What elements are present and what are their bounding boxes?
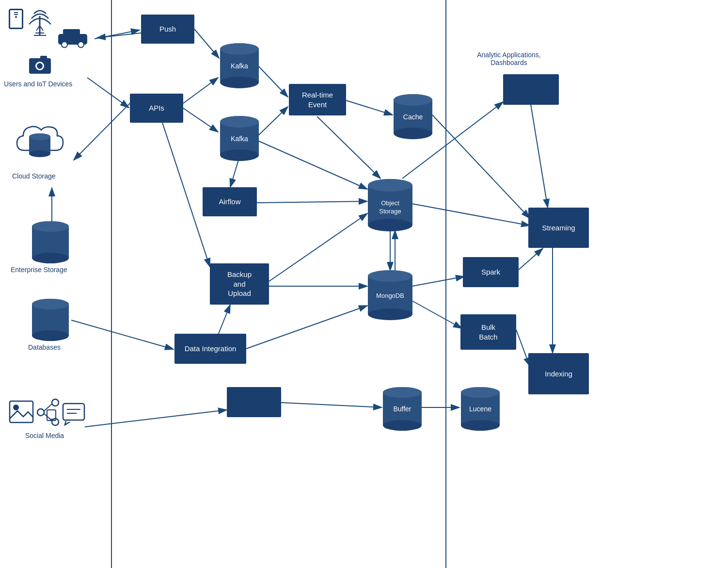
svg-line-9 [183,108,218,132]
mongodb-cylinder: MongoDB [366,270,414,323]
svg-line-7 [194,29,219,58]
kafka1-cylinder: Kafka [218,43,261,91]
realtime-event-box: Real-timeEvent [289,84,346,115]
databases-label: Databases [28,343,61,351]
kafka2-cylinder: Kafka [218,115,261,163]
svg-line-30 [516,330,530,366]
svg-point-84 [220,116,259,128]
unnamed-box [227,387,281,417]
svg-line-11 [258,107,288,136]
svg-line-14 [230,160,238,187]
svg-line-4 [95,30,140,39]
svg-line-12 [346,100,393,115]
social-share-icon [35,398,62,427]
enterprise-storage-label: Enterprise Storage [11,266,67,274]
svg-text:MongoDB: MongoDB [376,292,404,299]
buffer-cylinder: Buffer [381,387,424,433]
svg-text:Buffer: Buffer [393,405,411,413]
svg-text:Lucene: Lucene [469,405,491,413]
tower-icon [27,4,53,40]
svg-point-66 [52,399,59,406]
svg-text:Kafka: Kafka [231,62,248,70]
svg-line-23 [269,213,367,281]
svg-line-70 [44,414,52,421]
svg-text:Kafka: Kafka [231,135,248,143]
svg-line-36 [218,305,230,335]
svg-line-5 [97,33,141,38]
analytic-apps-label: Analytic Applications,Dashboards [456,51,562,66]
svg-point-99 [368,308,412,320]
svg-rect-45 [63,29,80,38]
bulk-batch-box: BulkBatch [460,314,516,350]
phone-icon [9,9,23,29]
svg-point-100 [368,270,412,282]
svg-point-78 [220,77,259,88]
svg-line-6 [87,78,129,108]
analytic-apps-box [503,74,559,105]
social-media-label: Social Media [25,432,64,439]
svg-point-46 [62,42,67,48]
svg-line-20 [432,115,530,218]
airflow-box: Airflow [203,187,257,216]
svg-point-67 [37,409,44,416]
comment-icon [62,403,86,427]
svg-point-54 [29,150,50,157]
svg-line-27 [412,276,464,286]
svg-text:Object: Object [381,199,399,207]
cache-cylinder: Cache [392,94,434,142]
svg-point-109 [461,420,500,431]
svg-line-19 [412,204,530,226]
data-integration-box: Data Integration [174,334,246,364]
indexing-box: Indexing [528,353,589,394]
svg-point-83 [220,149,259,161]
svg-line-32 [281,403,382,407]
svg-point-105 [383,387,422,398]
svg-line-26 [245,306,367,349]
databases-cylinder [31,298,70,343]
svg-text:Cache: Cache [403,113,423,121]
image-icon [9,400,34,423]
svg-point-50 [37,63,43,69]
svg-point-88 [394,128,432,139]
enterprise-storage-cylinder [31,221,70,265]
svg-point-93 [368,219,412,231]
svg-point-110 [461,387,500,398]
svg-line-37 [71,320,174,349]
svg-line-10 [258,65,288,97]
svg-line-29 [412,301,462,328]
svg-point-59 [32,221,69,232]
svg-point-104 [383,420,422,431]
svg-point-63 [32,299,69,309]
cloud-storage-icon [15,112,78,160]
svg-line-21 [531,104,548,208]
svg-point-94 [368,179,412,192]
svg-point-62 [32,330,69,341]
svg-line-28 [519,248,543,270]
lucene-cylinder: Lucene [459,387,502,433]
camera-icon [27,53,53,75]
svg-point-79 [220,43,259,55]
svg-rect-64 [10,401,33,422]
svg-rect-51 [40,56,47,60]
users-iot-label: Users and IoT Devices [4,80,72,88]
apis-box: APIs [130,94,183,123]
svg-line-25 [74,103,130,160]
svg-line-8 [183,78,218,103]
svg-text:Storage: Storage [379,208,401,215]
streaming-box: Streaming [528,208,589,248]
svg-point-58 [32,253,69,263]
arrows-svg [0,0,728,568]
spark-box: Spark [463,257,519,287]
svg-point-65 [13,405,19,410]
car-icon [56,27,90,49]
cloud-storage-label: Cloud Storage [12,172,56,180]
svg-line-15 [257,201,367,203]
svg-line-13 [317,116,380,179]
svg-line-16 [258,141,367,189]
svg-point-89 [394,94,432,106]
svg-point-47 [78,42,84,48]
diagram-container: Users and IoT Devices Cloud Storage Ente… [0,0,728,568]
object-storage-cylinder: Object Storage [366,179,414,234]
svg-point-55 [29,133,50,140]
push-box: Push [141,15,194,44]
